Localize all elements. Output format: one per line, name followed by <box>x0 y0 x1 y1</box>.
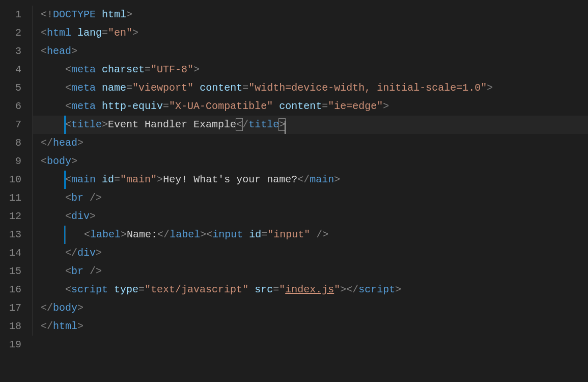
line-number[interactable]: 9 <box>0 152 21 171</box>
line-number[interactable]: 15 <box>0 262 21 281</box>
code-line[interactable]: <meta name="viewport" content="width=dev… <box>33 79 588 97</box>
code-editor: 1 2 3 4 5 6 7 8 9 10 11 12 13 14 15 16 1… <box>0 0 588 382</box>
code-line[interactable]: <body> <box>33 152 588 171</box>
code-line[interactable]: <head> <box>33 42 588 61</box>
line-number[interactable]: 16 <box>0 281 21 299</box>
line-number[interactable]: 3 <box>0 42 21 61</box>
line-number[interactable]: 8 <box>0 134 21 152</box>
code-line[interactable]: <div> <box>33 207 588 226</box>
code-line[interactable]: </body> <box>33 299 588 317</box>
code-line[interactable]: <br /> <box>33 262 588 281</box>
line-number-gutter: 1 2 3 4 5 6 7 8 9 10 11 12 13 14 15 16 1… <box>0 0 33 382</box>
line-number[interactable]: 12 <box>0 207 21 226</box>
code-content[interactable]: <!DOCTYPE html> <html lang="en"> <head> … <box>33 0 588 382</box>
line-number[interactable]: 13 <box>0 226 21 244</box>
line-number[interactable]: 14 <box>0 244 21 262</box>
code-line[interactable]: <meta http-equiv="X-UA-Compatible" conte… <box>33 97 588 116</box>
code-line[interactable]: <br /> <box>33 189 588 207</box>
code-line-current[interactable]: <title>Event Handler Example</title> <box>33 116 588 134</box>
line-number[interactable]: 5 <box>0 79 21 97</box>
code-line[interactable]: <label>Name:</label><input id="input" /> <box>33 226 588 244</box>
code-line[interactable]: </html> <box>33 317 588 336</box>
line-number[interactable]: 11 <box>0 189 21 207</box>
line-number[interactable]: 4 <box>0 61 21 79</box>
line-number[interactable]: 6 <box>0 97 21 116</box>
code-line[interactable]: <html lang="en"> <box>33 24 588 42</box>
code-line[interactable]: <main id="main">Hey! What's your name?</… <box>33 171 588 189</box>
text-cursor <box>285 121 286 134</box>
code-line[interactable]: </div> <box>33 244 588 262</box>
line-number[interactable]: 2 <box>0 24 21 42</box>
line-number[interactable]: 10 <box>0 171 21 189</box>
file-link[interactable]: index.js <box>285 284 334 295</box>
line-number[interactable]: 7 <box>0 116 21 134</box>
code-line[interactable] <box>33 336 588 354</box>
line-number[interactable]: 17 <box>0 299 21 317</box>
line-number[interactable]: 18 <box>0 317 21 336</box>
code-line[interactable]: <meta charset="UTF-8"> <box>33 61 588 79</box>
code-line[interactable]: </head> <box>33 134 588 152</box>
line-number[interactable]: 1 <box>0 6 21 24</box>
line-number[interactable]: 19 <box>0 336 21 354</box>
code-line[interactable]: <!DOCTYPE html> <box>33 6 588 24</box>
code-line[interactable]: <script type="text/javascript" src="inde… <box>33 281 588 299</box>
